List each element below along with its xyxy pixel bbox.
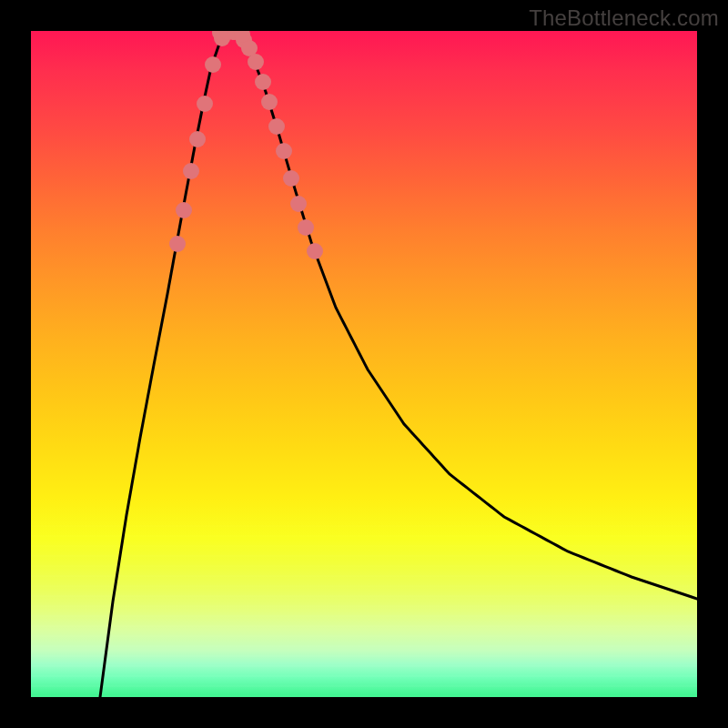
- dot-right-dots: [298, 219, 314, 236]
- dot-right-dots: [290, 196, 307, 212]
- dot-right-dots: [268, 118, 285, 135]
- dot-left-dots: [197, 96, 213, 112]
- dot-left-dots: [189, 131, 206, 147]
- dot-left-dots: [183, 163, 199, 179]
- curve-right-branch: [231, 32, 697, 599]
- dot-right-dots: [307, 243, 323, 259]
- dot-left-dots: [205, 56, 221, 73]
- watermark-text: TheBottleneck.com: [529, 5, 719, 31]
- dots-group: [169, 31, 323, 259]
- dot-right-dots: [255, 74, 271, 90]
- chart-svg: [31, 31, 697, 697]
- dot-left-dots: [169, 236, 186, 252]
- curves-group: [100, 32, 697, 697]
- dot-right-dots: [276, 143, 292, 159]
- dot-right-dots: [248, 54, 264, 70]
- curve-left-branch: [100, 32, 231, 697]
- dot-right-dots: [283, 170, 299, 187]
- plot-area: [31, 31, 697, 697]
- dot-right-dots: [261, 94, 278, 110]
- dot-left-dots: [176, 202, 192, 218]
